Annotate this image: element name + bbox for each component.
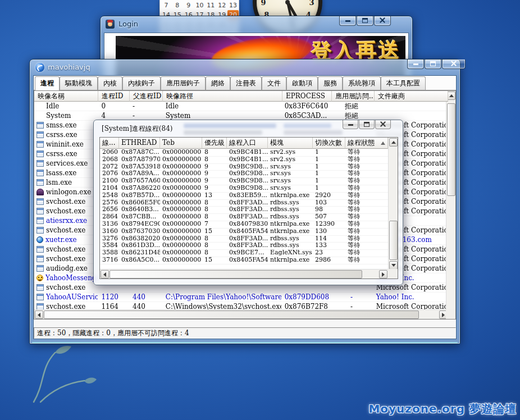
- thread-row[interactable]: 37160x86A5C0...0x00000000150x8405FA54ntk…: [100, 257, 388, 264]
- minimize-icon: [348, 124, 353, 126]
- scroll-down-button[interactable]: [389, 261, 398, 270]
- close-button[interactable]: [375, 120, 391, 129]
- column-header[interactable]: 映像名稱: [34, 91, 98, 102]
- thread-row[interactable]: 21000x87657A600x0000000090x9BC9D8...srv.…: [100, 177, 388, 185]
- calendar-day[interactable]: 10: [194, 1, 206, 10]
- thread-row[interactable]: 28640x87CBB...0x0000000080x8FF3AD...rdbs…: [100, 213, 388, 221]
- scroll-left-button[interactable]: [35, 311, 43, 319]
- close-button[interactable]: [442, 60, 466, 69]
- thread-cell: 2864: [100, 213, 119, 221]
- process-name-text: lsass.exe: [46, 168, 76, 177]
- tab-4[interactable]: 內核鉤子: [122, 76, 161, 90]
- column-header[interactable]: 進程ID: [98, 91, 130, 102]
- thread-cell: 等待: [345, 149, 388, 156]
- column-header[interactable]: 應用層訪問...: [332, 91, 375, 102]
- thread-row[interactable]: 25480x87B57D...0x00000000130x83EB59...nt…: [100, 192, 388, 199]
- thread-cell: 0x00000000: [160, 235, 202, 243]
- tab-5[interactable]: 應用層鉤子: [161, 76, 206, 90]
- vertical-scrollbar[interactable]: [388, 138, 398, 270]
- thread-column-header[interactable]: 優先級: [202, 138, 227, 149]
- horizontal-scrollbar[interactable]: [100, 269, 388, 279]
- tab-11[interactable]: 系統雜項: [343, 76, 381, 90]
- scrollbar-thumb[interactable]: [44, 311, 419, 319]
- thread-row[interactable]: 20600x87A87C...0x0000000080x9BC4B1...srv…: [100, 149, 388, 156]
- thread-row[interactable]: 20720x87A539180x0000000090x9BC9D8...srv.…: [100, 163, 388, 171]
- minimize-button[interactable]: [339, 16, 356, 26]
- thread-row[interactable]: 31600x876370300x00000000150x8405FA54ntkr…: [100, 228, 388, 235]
- tab-10[interactable]: 服務: [318, 76, 343, 90]
- thread-column-header[interactable]: 線程狀態: [345, 138, 388, 149]
- thread-row[interactable]: 21040x87A862200x0000000090x9BC9D8...srv.…: [100, 185, 388, 192]
- thread-column-header[interactable]: 線程入口: [227, 138, 268, 149]
- process-row[interactable]: svchost.exe1164440C:\Windows\System32\sv…: [34, 302, 446, 309]
- tab-2[interactable]: 驅動模塊: [60, 76, 98, 90]
- tab-12[interactable]: 本工具配置: [381, 76, 426, 90]
- tab-8[interactable]: 文件: [262, 76, 286, 90]
- scrollbar-thumb[interactable]: [447, 103, 455, 196]
- thread-column-header[interactable]: 模塊: [268, 138, 313, 149]
- thread-row[interactable]: 25760x8606E5F00x0000000080x8FF3AD...rdbs…: [100, 199, 388, 207]
- thread-cell: 7: [202, 221, 227, 228]
- minimize-button[interactable]: [343, 120, 358, 129]
- thread-column-header[interactable]: ETHREAD: [119, 138, 160, 149]
- horizontal-scrollbar[interactable]: [34, 309, 448, 319]
- maximize-button[interactable]: [359, 120, 375, 129]
- column-header[interactable]: EPROCESS: [282, 91, 332, 102]
- column-header[interactable]: 文件廠商: [375, 91, 448, 102]
- scrollbar-thumb[interactable]: [110, 270, 362, 279]
- process-row[interactable]: Idle0-Idle0x83F6C640拒絕: [34, 102, 446, 111]
- tab-3[interactable]: 內核: [98, 76, 122, 90]
- tab-7[interactable]: 注冊表: [230, 76, 262, 90]
- thread-cell: ntkrnlpa.exe: [268, 221, 313, 228]
- thread-row[interactable]: 35880x86231D480x0000000080x9BCE7...Eagle…: [100, 249, 388, 257]
- thread-cell: 等待: [345, 177, 388, 185]
- tab-6[interactable]: 網絡: [206, 76, 230, 90]
- application-icon: [37, 160, 44, 167]
- process-name-text: xuetr.exe: [45, 235, 77, 244]
- column-header[interactable]: 映像路徑: [163, 91, 282, 102]
- calendar-day[interactable]: 11: [205, 1, 216, 10]
- thread-cell: 0x00000000: [160, 257, 202, 264]
- thread-row[interactable]: 32760x863820200x0000000080x8FF3AD...rdbs…: [100, 235, 388, 243]
- thread-column-header[interactable]: 切換次數: [313, 138, 345, 149]
- thread-column-header[interactable]: 線...: [100, 138, 119, 149]
- maximize-button[interactable]: [357, 16, 373, 26]
- thread-cell: 等待: [345, 213, 388, 221]
- cell-image-name: winlogon.exe: [34, 188, 98, 197]
- scroll-left-button[interactable]: [101, 270, 109, 279]
- thread-cell: 0x86A5C0...: [119, 257, 160, 264]
- thread-cell: 98: [313, 206, 345, 213]
- thread-cell: 103: [313, 199, 345, 207]
- process-row[interactable]: YahooAUServic...1120440C:\Program Files\…: [34, 293, 446, 302]
- tab-1[interactable]: 進程: [35, 76, 60, 90]
- thread-cell: 等待: [345, 235, 388, 243]
- thread-row[interactable]: 20760x87A89A...0x0000000090x9BC9D8...srv…: [100, 170, 388, 177]
- vertical-scrollbar[interactable]: [446, 91, 455, 319]
- calendar-day[interactable]: 8: [172, 1, 183, 10]
- thread-cell: 等待: [345, 170, 388, 177]
- thread-column-header[interactable]: Teb: [160, 138, 202, 149]
- tab-9[interactable]: 啟動項: [286, 76, 318, 90]
- cell-eprocess: 0x83F6C640: [281, 102, 331, 111]
- calendar-day[interactable]: 13: [227, 1, 239, 10]
- sort-ascending-icon: [381, 141, 385, 145]
- thread-cell: 0x8FF3AD...: [227, 213, 268, 221]
- thread-row[interactable]: 35840x861D3D...0x0000000080x8FF3AD...rdb…: [100, 242, 388, 249]
- calendar-day[interactable]: 12: [216, 1, 227, 10]
- column-header[interactable]: 父進程ID: [130, 91, 163, 102]
- main-titlebar[interactable]: mavohiavjq: [30, 60, 460, 75]
- scroll-right-button[interactable]: [379, 270, 387, 279]
- thread-row[interactable]: 20680x87A879700x0000000080x9BC4B1...srv2…: [100, 156, 388, 163]
- close-button[interactable]: [374, 16, 391, 26]
- process-name-text: audiodg.exe: [46, 264, 88, 273]
- minimize-button[interactable]: [407, 60, 424, 69]
- calendar-day[interactable]: 9: [183, 1, 194, 10]
- scroll-up-button[interactable]: [389, 138, 398, 147]
- maximize-button[interactable]: [425, 60, 441, 69]
- scroll-up-button[interactable]: [447, 92, 455, 100]
- thread-cell: 1: [313, 177, 345, 185]
- scrollbar-thumb[interactable]: [389, 221, 398, 260]
- calendar-day[interactable]: 7: [161, 1, 172, 10]
- thread-row[interactable]: 26560x8640B3...0x0000000080x8FF3AD...rdb…: [100, 206, 388, 213]
- thread-row[interactable]: 31360x8794EC900x0000000070x84079830ntkrn…: [100, 221, 388, 228]
